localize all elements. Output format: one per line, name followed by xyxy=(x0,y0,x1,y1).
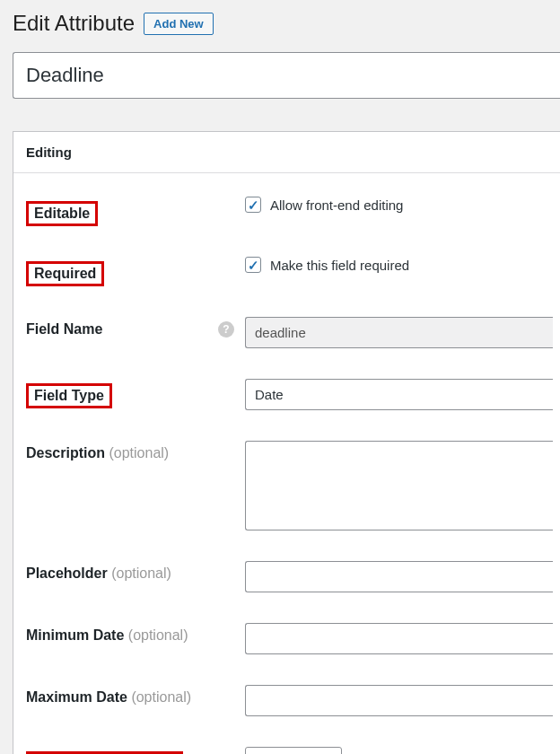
label-description: Description (optional) xyxy=(26,445,169,461)
label-editable: Editable xyxy=(26,201,98,226)
row-editable: Editable Allow front-end editing xyxy=(19,197,560,226)
label-min-date-col: Minimum Date (optional) xyxy=(26,623,245,644)
label-max-date-text: Maximum Date xyxy=(26,689,127,705)
row-placeholder: Placeholder (optional) xyxy=(19,561,560,592)
label-field-type-col: Field Type xyxy=(26,379,245,408)
row-date-offset: Date Offset (optional) ? xyxy=(19,747,560,754)
label-field-name-col: Field Name ? xyxy=(26,317,245,338)
label-placeholder-text: Placeholder xyxy=(26,566,108,581)
editable-checkbox[interactable] xyxy=(245,197,261,213)
placeholder-input[interactable] xyxy=(245,561,553,592)
control-date-offset xyxy=(245,747,553,754)
field-type-select[interactable] xyxy=(245,379,553,410)
label-placeholder: Placeholder (optional) xyxy=(26,566,171,582)
label-max-date-col: Maximum Date (optional) xyxy=(26,685,245,706)
add-new-button[interactable]: Add New xyxy=(144,13,214,35)
editable-checkbox-wrap: Allow front-end editing xyxy=(245,197,403,213)
control-min-date xyxy=(245,623,553,654)
label-description-optional: (optional) xyxy=(109,445,169,460)
label-placeholder-optional: (optional) xyxy=(111,566,171,581)
attribute-name-input[interactable] xyxy=(13,52,560,99)
row-description: Description (optional) xyxy=(19,441,560,530)
row-min-date: Minimum Date (optional) xyxy=(19,623,560,654)
field-name-input[interactable] xyxy=(245,317,553,348)
label-field-name: Field Name xyxy=(26,321,102,338)
control-max-date xyxy=(245,685,553,716)
label-min-date: Minimum Date (optional) xyxy=(26,627,188,644)
control-field-type xyxy=(245,379,553,410)
form-rows: Editable Allow front-end editing Require… xyxy=(13,173,560,754)
control-field-name xyxy=(245,317,553,348)
label-description-text: Description xyxy=(26,445,105,460)
label-date-offset-col: Date Offset (optional) ? xyxy=(26,747,245,754)
panel-title: Editing xyxy=(13,132,560,173)
label-editable-col: Editable xyxy=(26,197,245,226)
required-checkbox[interactable] xyxy=(245,257,261,273)
label-field-type: Field Type xyxy=(26,383,112,408)
max-date-input[interactable] xyxy=(245,685,553,716)
label-placeholder-col: Placeholder (optional) xyxy=(26,561,245,582)
row-max-date: Maximum Date (optional) xyxy=(19,685,560,716)
date-offset-input[interactable] xyxy=(245,747,342,754)
min-date-input[interactable] xyxy=(245,623,553,654)
required-checkbox-wrap: Make this field required xyxy=(245,257,409,273)
control-editable: Allow front-end editing xyxy=(245,197,553,213)
label-required: Required xyxy=(26,261,104,286)
control-description xyxy=(245,441,553,530)
label-required-col: Required xyxy=(26,257,245,286)
row-field-name: Field Name ? xyxy=(19,317,560,348)
label-description-col: Description (optional) xyxy=(26,441,245,461)
label-max-date-optional: (optional) xyxy=(131,689,191,705)
page-title: Edit Attribute xyxy=(13,11,135,36)
attribute-name-wrap xyxy=(13,52,560,99)
control-required: Make this field required xyxy=(245,257,553,273)
page-header: Edit Attribute Add New xyxy=(0,0,560,52)
description-textarea[interactable] xyxy=(245,441,553,530)
row-field-type: Field Type xyxy=(19,379,560,410)
label-min-date-text: Minimum Date xyxy=(26,627,124,643)
label-min-date-optional: (optional) xyxy=(128,627,188,643)
label-max-date: Maximum Date (optional) xyxy=(26,689,191,706)
required-checkbox-label: Make this field required xyxy=(270,258,409,273)
control-placeholder xyxy=(245,561,553,592)
help-icon[interactable]: ? xyxy=(218,321,234,338)
editable-checkbox-label: Allow front-end editing xyxy=(270,197,403,213)
row-required: Required Make this field required xyxy=(19,257,560,286)
editing-panel: Editing Editable Allow front-end editing… xyxy=(13,131,560,754)
